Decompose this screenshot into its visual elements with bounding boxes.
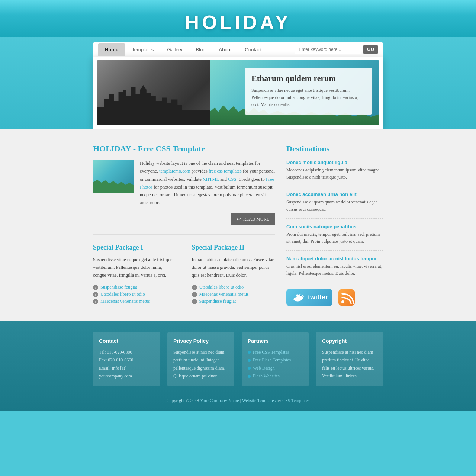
footer-container: Contact Tel: 010-020-0880 Fax: 020-010-0… <box>93 332 383 403</box>
package-2-title: Special Package II <box>192 244 276 251</box>
arrow-icon <box>192 299 197 304</box>
social-area: twitter <box>286 289 383 306</box>
xhtml-link[interactable]: XHTML <box>203 177 219 182</box>
website-templates-link[interactable]: Website Templates <box>242 398 276 403</box>
footer-fax: Fax: 020-010-0660 <box>99 356 154 364</box>
destination-1: Donec mollis aliquet ligula Maecenas adi… <box>286 160 383 186</box>
search-area: GO <box>295 42 378 57</box>
css-templates-link[interactable]: CSS Templates <box>282 398 309 403</box>
destinations-title: Destinations <box>286 144 383 154</box>
package-1-link-3[interactable]: Maecenas venenatis metus <box>93 299 177 304</box>
content-right: Destinations Donec mollis aliquet ligula… <box>286 144 383 306</box>
footer-partner-1[interactable]: Free CSS Templates <box>248 348 303 357</box>
article-text: Holiday website layout is one of the cle… <box>140 160 275 207</box>
arrow-icon <box>93 285 98 290</box>
divider <box>93 234 275 235</box>
bullet-icon <box>248 359 251 362</box>
packages-section: Special Package I Suspendisse vitae nequ… <box>93 244 275 306</box>
templatemo-link[interactable]: templatemo.com <box>159 168 190 174</box>
footer-privacy-text: Suspendisse at nisi nec diam pretium tin… <box>173 348 228 380</box>
nav-item-templates[interactable]: Templates <box>125 43 160 56</box>
footer-partners: Partners Free CSS Templates Free Flash T… <box>242 332 309 386</box>
footer-partner-3[interactable]: Web Design <box>248 364 303 373</box>
nav-item-contact[interactable]: Contact <box>238 43 268 56</box>
article-body: Holiday website layout is one of the cle… <box>93 160 275 207</box>
content-left: HOLIDAY - Free CSS Template Holiday webs… <box>93 144 275 306</box>
footer-bottom: Copyright © 2048 Your Company Name | Web… <box>93 394 383 403</box>
nav-link-about[interactable]: About <box>212 43 238 56</box>
arrow-icon <box>192 285 197 290</box>
footer: Contact Tel: 010-020-0880 Fax: 020-010-0… <box>0 321 476 411</box>
copyright-text: Copyright © 2048 <box>167 398 199 403</box>
package-1-link-2[interactable]: Utsodales libero ut odio <box>93 292 177 297</box>
footer-partner-2[interactable]: Free Flash Templates <box>248 356 303 364</box>
search-input[interactable] <box>295 45 361 54</box>
footer-privacy-title: Privacy Policy <box>173 338 228 344</box>
footer-copyright-title: Copyright <box>322 338 377 344</box>
nav-link-blog[interactable]: Blog <box>189 43 212 56</box>
nav-wrapper: Home Templates Gallery Blog About Contac… <box>0 37 476 129</box>
footer-copyright-text: Suspendisse at nisi nec diam pretium tin… <box>322 348 377 380</box>
dest-1-text: Maecenas adipiscing elementum ipsum vita… <box>286 167 383 181</box>
site-title: HOLIDAY <box>0 11 476 35</box>
bullet-icon <box>248 351 251 354</box>
package-1-link-1[interactable]: Suspendisse feugiat <box>93 284 177 290</box>
footer-contact-title: Contact <box>99 338 154 344</box>
arrow-icon <box>192 292 197 297</box>
css-link[interactable]: CSS <box>228 177 236 182</box>
footer-copyright-col: Copyright Suspendisse at nisi nec diam p… <box>316 332 383 386</box>
package-2: Special Package II In hac habitasse plat… <box>192 244 276 306</box>
nav-container: Home Templates Gallery Blog About Contac… <box>93 42 383 57</box>
nav-item-about[interactable]: About <box>212 43 238 56</box>
nav-item-home[interactable]: Home <box>98 43 125 56</box>
main-container: HOLIDAY - Free CSS Template Holiday webs… <box>93 144 383 321</box>
twitter-button[interactable]: twitter <box>286 289 332 306</box>
dest-4-text: Cras nisl eros, elementum eu, iaculis vi… <box>286 263 383 277</box>
twitter-label: twitter <box>308 293 328 301</box>
footer-partners-list: Free CSS Templates Free Flash Templates … <box>248 348 303 380</box>
footer-contact: Contact Tel: 010-020-0880 Fax: 020-010-0… <box>93 332 160 386</box>
header: HOLIDAY <box>0 0 476 37</box>
bullet-icon <box>248 375 251 378</box>
package-2-link-3[interactable]: Suspendisse feugiat <box>192 299 276 304</box>
nav-item-gallery[interactable]: Gallery <box>160 43 189 56</box>
free-css-link[interactable]: free css templates <box>209 168 242 174</box>
footer-privacy: Privacy Policy Suspendisse at nisi nec d… <box>167 332 234 386</box>
footer-columns: Contact Tel: 010-020-0880 Fax: 020-010-0… <box>93 332 383 386</box>
svg-point-3 <box>341 300 344 303</box>
company-name-link[interactable]: Your Company Name <box>200 398 239 403</box>
package-1-links: Suspendisse feugiat Utsodales libero ut … <box>93 284 177 304</box>
package-2-links: Utsodales libero ut odio Maecenas venena… <box>192 284 276 304</box>
hero-text-box: Etharum quidem rerum Suspendisse vitae n… <box>245 68 372 115</box>
dest-4-title: Nam aliquet dolor ac nisl luctus tempor <box>286 256 383 261</box>
package-2-link-2[interactable]: Maecenas venenatis metus <box>192 292 276 297</box>
footer-sep1: | <box>240 398 241 403</box>
footer-partner-4[interactable]: Flash Websites <box>248 372 303 380</box>
svg-rect-2 <box>338 289 355 306</box>
search-button[interactable]: GO <box>363 45 378 54</box>
footer-partners-title: Partners <box>248 338 303 344</box>
package-2-text: In hac habitasse platea dictumst. Fusce … <box>192 256 276 280</box>
dest-2-text: Suspendisse aliquam quam ac dolor venena… <box>286 199 383 213</box>
main-content-bg: HOLIDAY - Free CSS Template Holiday webs… <box>0 129 476 321</box>
arrow-icon <box>93 292 98 297</box>
package-1-title: Special Package I <box>93 244 177 251</box>
hero-banner: Etharum quidem rerum Suspendisse vitae n… <box>97 60 379 125</box>
dest-3-text: Proin dui mauris, tempor eget, pulvinar … <box>286 231 383 245</box>
dest-1-title: Donec mollis aliquet ligula <box>286 160 383 165</box>
nav-item-blog[interactable]: Blog <box>189 43 212 56</box>
twitter-icon <box>291 291 306 304</box>
nav-link-home[interactable]: Home <box>98 43 125 56</box>
hero-text: Suspendisse vitae neque eget ante tristi… <box>251 87 365 109</box>
package-2-link-1[interactable]: Utsodales libero ut odio <box>192 284 276 290</box>
dest-3-title: Cum sociis natoque penatibus <box>286 224 383 229</box>
nav-link-templates[interactable]: Templates <box>125 43 160 56</box>
hero-wrapper: Etharum quidem rerum Suspendisse vitae n… <box>93 57 383 129</box>
bullet-icon <box>248 367 251 370</box>
read-more-button[interactable]: READ MORE <box>231 213 275 225</box>
footer-by: by <box>277 398 281 403</box>
nav-link-gallery[interactable]: Gallery <box>160 43 189 56</box>
article-thumbnail <box>93 160 134 193</box>
nav-link-contact[interactable]: Contact <box>238 43 268 56</box>
rss-icon[interactable] <box>338 289 355 306</box>
